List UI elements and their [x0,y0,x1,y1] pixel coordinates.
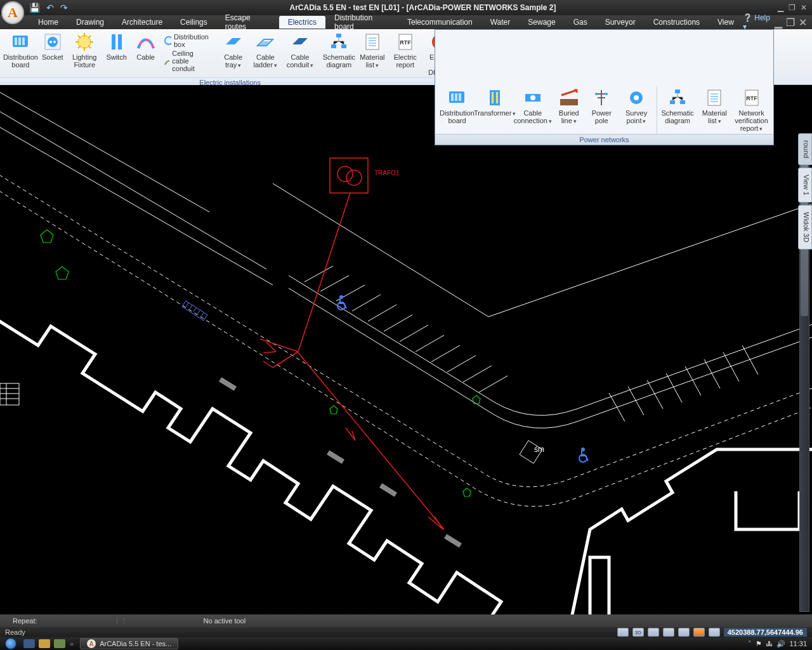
drawing-canvas[interactable]: TRAFO1 śm [0,85,812,614]
tab-gas[interactable]: Gas [565,16,596,29]
tray-chevron-icon[interactable]: ˄ [748,640,752,648]
help-label: Help [754,13,770,22]
qat-undo-icon[interactable]: ↶ [46,3,54,13]
pn-transformer-button[interactable]: Transformer [476,86,513,134]
taskbar-task-arcadia[interactable]: A ArCADia 5.5 EN - tes... [80,638,178,649]
material-list-button[interactable]: Material list [357,30,388,70]
cable-button[interactable]: Cable [132,30,160,62]
tab-view[interactable]: View [709,16,743,29]
taskbar-pin-folder[interactable] [39,639,50,648]
status-icon-4[interactable] [663,628,674,637]
svg-rect-52 [379,483,397,497]
svg-rect-13 [331,44,336,48]
pn-network-report-label: Network verification report [735,109,768,133]
rtf-icon: RTF [395,32,416,52]
svg-point-7 [53,41,56,43]
status-icon-7[interactable] [709,628,720,637]
mdi-close-icon[interactable]: ✕ [801,3,807,12]
ceiling-cable-conduit-button[interactable]: Ceiling cable conduit [164,50,211,72]
pn-cable-connection-label: Cable connection [514,109,552,125]
socket-button[interactable]: Socket [39,30,67,62]
pn-power-pole-label: Power pole [589,109,614,124]
qat-save-icon[interactable]: 💾 [29,3,40,13]
pn-material-list-button[interactable]: Material list [697,86,733,134]
switch-button[interactable]: Switch [103,30,131,62]
app-close-icon[interactable]: ✕ [799,17,807,29]
tab-drawing[interactable]: Drawing [67,16,113,29]
status-icon-warn[interactable] [693,628,705,637]
help-button[interactable]: ❔ Help ▾ [743,13,771,31]
tab-architecture[interactable]: Architecture [113,16,171,29]
cable-connection-icon [523,88,543,108]
pn-distribution-board-button[interactable]: Distribution board [438,86,476,134]
status-icon-3[interactable] [648,628,659,637]
tab-electrics[interactable]: Electrics [279,16,325,29]
pn-power-pole-button[interactable]: Power pole [586,86,617,134]
pn-survey-point-button[interactable]: Survey point [617,86,655,134]
qat-redo-icon[interactable]: ↷ [60,3,68,13]
distribution-box-button[interactable]: Distribution box [164,33,211,48]
svg-rect-3 [22,37,25,45]
svg-rect-2 [18,37,21,45]
svg-point-33 [605,93,608,95]
material-list-icon [362,32,383,52]
pn-network-report-button[interactable]: RTF Network verification report [732,86,771,134]
schematic-diagram-button[interactable]: Schematic diagram [322,30,356,70]
svg-point-45 [346,170,362,185]
side-tab-widok3d[interactable]: Widok 3D [798,205,812,249]
ribbon-tab-bar: Home Drawing Architecture Ceilings Escap… [0,15,812,29]
app-minimize-icon[interactable]: ▁ [775,17,782,29]
window-title: ArCADia 5.5 EN - test EN [L01] - [ArCADi… [68,3,778,12]
svg-rect-24 [455,93,457,101]
svg-point-11 [165,37,171,44]
rtf-icon: RTF [742,88,762,108]
svg-rect-31 [560,99,578,105]
app-restore-icon[interactable]: ❐ [786,17,795,29]
survey-point-icon [626,88,646,108]
cable-ladder-button[interactable]: Cable ladder [249,30,282,70]
distribution-board-button[interactable]: Distribution board [4,30,37,70]
pn-schematic-diagram-label: Schematic diagram [661,109,693,124]
svg-rect-9 [112,34,115,50]
tray-flag-icon[interactable]: ⚑ [756,640,762,648]
tab-surveyor[interactable]: Surveyor [596,16,645,29]
cable-conduit-button[interactable]: Cable conduit [284,30,317,70]
side-tab-round[interactable]: round [798,133,812,165]
mdi-minimize-icon[interactable]: ▁ [778,3,783,12]
svg-rect-42 [0,383,19,405]
tab-telecommunication[interactable]: Telecommunication [398,16,481,29]
ribbon-mini-list: Distribution box Ceiling cable conduit [161,30,214,75]
status-icon-5[interactable] [678,628,690,637]
tray-volume-icon[interactable]: 🔊 [776,640,785,648]
status-icon-3d[interactable]: 3D [632,628,644,637]
mdi-restore-icon[interactable]: ❐ [789,3,796,12]
distribution-board-label: Distribution board [3,53,38,69]
tab-constructions[interactable]: Constructions [645,16,709,29]
tray-network-icon[interactable]: 🖧 [766,640,773,647]
start-button[interactable] [0,637,22,650]
lighting-fixture-button[interactable]: Lighting Fixture [68,30,102,70]
cable-icon [136,32,156,52]
pn-cable-connection-button[interactable]: Cable connection [513,86,552,134]
status-icon-1[interactable] [617,628,629,637]
taskbar-pin-explorer[interactable] [23,639,35,648]
tab-sewage[interactable]: Sewage [519,16,564,29]
tab-water[interactable]: Water [481,16,520,29]
cable-tray-button[interactable]: Cable tray [219,30,247,70]
side-tab-view1[interactable]: View 1 [798,168,812,202]
svg-text:RTF: RTF [746,95,757,102]
tab-home[interactable]: Home [29,16,67,29]
material-list-label: Material list [360,53,384,69]
ribbon-group-electric-installations: Distribution board Socket Lighting Fixtu… [0,29,461,84]
pn-buried-line-button[interactable]: Buried line [552,86,586,134]
cad-drawing: TRAFO1 śm [0,85,812,614]
cable-label: Cable [136,53,155,61]
tab-ceilings[interactable]: Ceilings [171,16,216,29]
electric-report-button[interactable]: RTF Electric report [389,30,421,70]
svg-rect-25 [459,93,461,101]
svg-text:RTF: RTF [400,39,411,46]
app-logo[interactable]: A [1,1,24,24]
tray-clock[interactable]: 11:31 [789,640,807,647]
taskbar-pin-app[interactable] [54,639,65,648]
pn-schematic-diagram-button[interactable]: Schematic diagram [658,86,697,134]
